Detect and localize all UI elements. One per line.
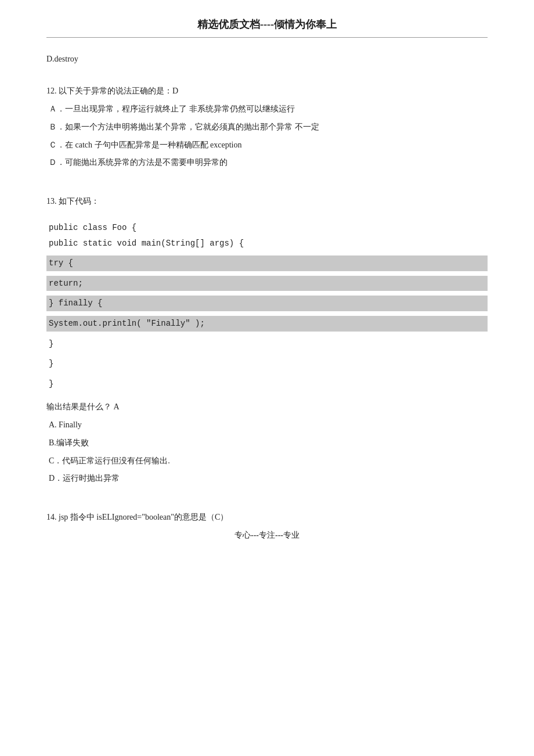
q13-question: 13. 如下代码： <box>46 194 488 208</box>
q14-question: 14. jsp 指令中 isELIgnored="boolean"的意思是（C） <box>46 510 488 524</box>
question-14: 14. jsp 指令中 isELIgnored="boolean"的意思是（C） <box>46 510 488 524</box>
code-line-5: } finally { <box>46 296 488 311</box>
q13-option-d: D．运行时抛出异常 <box>46 471 488 487</box>
code-line-3: try { <box>46 255 488 271</box>
q12-option-a: Ａ．一旦出现异常，程序运行就终止了 非系统异常仍然可以继续运行 <box>46 102 488 117</box>
q13-option-a: A. Finally <box>46 417 488 433</box>
code-block: public class Foo { public static void ma… <box>46 220 488 391</box>
q13-result-question: 输出结果是什么？ A <box>46 399 488 414</box>
page: 精选优质文档----倾情为你奉上 D.destroy 12. 以下关于异常的说法… <box>0 0 534 756</box>
code-line-8: } <box>46 356 488 372</box>
question-12: 12. 以下关于异常的说法正确的是：D Ａ．一旦出现异常，程序运行就终止了 非系… <box>46 84 488 171</box>
code-line-7: } <box>46 336 488 352</box>
q13-option-b: B.编译失败 <box>46 435 488 451</box>
q12-option-c: Ｃ．在 catch 子句中匹配异常是一种精确匹配 exception <box>46 138 488 153</box>
code-line-6: System.out.println( "Finally" ); <box>46 316 488 332</box>
destroy-label: D.destroy <box>46 52 488 66</box>
q12-option-d: Ｄ．可能抛出系统异常的方法是不需要申明异常的 <box>46 155 488 171</box>
q13-option-c: C．代码正常运行但没有任何输出. <box>46 453 488 469</box>
code-line-1: public class Foo { <box>46 220 488 236</box>
code-line-4: return; <box>46 276 488 291</box>
question-13: 13. 如下代码： public class Foo { public stat… <box>46 194 488 487</box>
page-footer: 专心---专注---专业 <box>46 530 488 541</box>
code-line-2: public static void main(String[] args) { <box>46 236 488 251</box>
q12-question: 12. 以下关于异常的说法正确的是：D <box>46 84 488 98</box>
page-header-title: 精选优质文档----倾情为你奉上 <box>46 17 488 38</box>
code-line-9: } <box>46 376 488 392</box>
q12-option-b: Ｂ．如果一个方法申明将抛出某个异常，它就必须真的抛出那个异常 不一定 <box>46 120 488 135</box>
